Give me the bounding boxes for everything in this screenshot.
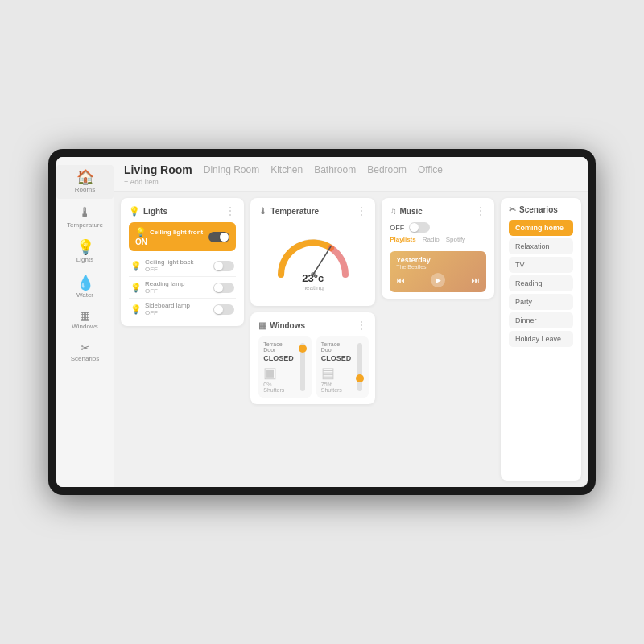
lights-widget: 💡 Lights ⋮ 💡 Ceiling light front [121,198,244,326]
tab-kitchen[interactable]: Kitchen [270,164,303,175]
song-title: Yesterday [396,256,480,264]
music-tab-playlists[interactable]: Playlists [390,236,415,243]
content-grid: 💡 Lights ⋮ 💡 Ceiling light front [114,192,588,487]
scenario-reading[interactable]: Reading [509,275,573,291]
scenarios-list: Coming home Relaxation TV Reading Party … [509,220,573,349]
music-toggle[interactable] [409,222,430,233]
sidebar-lights-label: Lights [76,256,93,264]
temp-title-icon: 🌡 [258,206,267,216]
device-frame: 🏠 Rooms 🌡 Temperature 💡 Lights 💧 Water ▦… [48,149,596,495]
window-item-0: Terrace Door CLOSED ▣ 0% Shutters [258,336,312,398]
middle-column: 🌡 Temperature ⋮ [250,198,375,481]
window-0-icon: ▣ [263,364,294,382]
light-reading-name: Reading lamp [145,280,184,287]
music-player: Yesterday The Beatles ⏮ ▶ ⏭ [390,251,486,292]
prev-button[interactable]: ⏮ [396,275,405,285]
temp-title: 🌡 Temperature [258,206,319,216]
windows-icon: ▦ [80,310,90,321]
windows-menu-button[interactable]: ⋮ [356,319,367,332]
windows-card-header: ▦ Windows ⋮ [258,319,367,332]
windows-title-label: Windows [270,321,305,330]
sidebar-item-temperature[interactable]: 🌡 Temperature [56,200,114,234]
music-title: ♫ Music [390,206,423,216]
light-on-toggle[interactable] [208,232,229,242]
temp-menu-button[interactable]: ⋮ [356,204,367,217]
scenario-coming-home[interactable]: Coming home [509,220,573,236]
sidebar-item-water[interactable]: 💧 Water [56,270,114,304]
music-title-icon: ♫ [390,206,396,216]
sidebar-item-lights[interactable]: 💡 Lights [56,235,114,269]
lights-card-header: 💡 Lights ⋮ [129,204,236,217]
window-1-slider[interactable] [357,343,362,391]
light-back-text: Ceiling light back OFF [145,258,193,273]
window-1-pct: 75% Shutters [321,382,352,393]
tab-bathroom[interactable]: Bathroom [314,164,356,175]
music-tab-spotify[interactable]: Spotify [446,236,465,243]
sidebar: 🏠 Rooms 🌡 Temperature 💡 Lights 💧 Water ▦… [56,157,114,487]
tab-dining-room[interactable]: Dining Room [204,164,259,175]
window-0-slider[interactable] [300,343,305,391]
window-0-handle [299,345,307,353]
tab-office[interactable]: Office [418,164,443,175]
light-back-icon: 💡 [130,261,142,271]
scenarios-title: ✂ Scenarios [509,204,558,215]
light-sideboard-name: Sideboard lamp [145,302,190,309]
light-back-status: OFF [145,266,193,273]
window-0-status: CLOSED [263,354,294,362]
music-tabs: Playlists Radio Spotify [390,236,486,246]
light-item-sideboard: 💡 Sideboard lamp OFF [129,299,236,320]
temp-title-label: Temperature [270,207,319,216]
window-1-icon: ▤ [321,364,352,382]
svg-line-1 [313,246,331,275]
temperature-gauge: 23°c heating [258,222,367,299]
music-card-header: ♫ Music ⋮ [390,204,486,217]
sidebar-water-label: Water [76,291,93,299]
screen: 🏠 Rooms 🌡 Temperature 💡 Lights 💧 Water ▦… [56,157,588,487]
scenario-relaxation[interactable]: Relaxation [509,238,573,254]
temperature-icon: 🌡 [78,205,93,220]
light-on-name: Ceiling light front [150,229,203,236]
room-tabs: Living Room Dining Room Kitchen Bathroom… [124,163,578,176]
right-column: ♫ Music ⋮ OFF Playlists Radio Sp [382,198,494,481]
light-sideboard-status: OFF [145,309,190,316]
add-item-button[interactable]: + Add item [124,176,578,188]
light-on-status: ON [135,237,203,246]
play-button[interactable]: ▶ [431,273,445,287]
light-item-back: 💡 Ceiling light back OFF [129,255,236,277]
window-1-label: Terrace Door [321,341,352,353]
light-reading-toggle[interactable] [213,283,234,293]
tab-living-room[interactable]: Living Room [124,163,192,176]
scenarios-column: ✂ Scenarios Coming home Relaxation TV Re… [501,198,581,481]
light-sideboard-toggle[interactable] [213,304,234,315]
temp-card-header: 🌡 Temperature ⋮ [258,204,367,217]
light-reading-info: 💡 Reading lamp OFF [130,280,184,295]
scenario-party[interactable]: Party [509,294,573,310]
lights-column: 💡 Lights ⋮ 💡 Ceiling light front [121,198,244,481]
music-menu-button[interactable]: ⋮ [475,204,486,217]
music-title-label: Music [400,207,423,216]
sidebar-windows-label: Windows [72,323,97,331]
sidebar-item-windows[interactable]: ▦ Windows [56,305,114,336]
light-reading-text: Reading lamp OFF [145,280,184,295]
music-tab-radio[interactable]: Radio [423,236,440,243]
light-sideboard-text: Sideboard lamp OFF [145,302,190,316]
sidebar-item-rooms[interactable]: 🏠 Rooms [56,165,114,199]
tab-bedroom[interactable]: Bedroom [367,164,407,175]
windows-widget: ▦ Windows ⋮ Terrace Door CLOSED ▣ [250,312,375,404]
scenario-holiday-leave[interactable]: Holiday Leave [509,331,573,347]
window-1-status: CLOSED [321,354,352,362]
lights-menu-button[interactable]: ⋮ [225,204,236,217]
music-widget: ♫ Music ⋮ OFF Playlists Radio Sp [382,198,494,299]
player-controls: ⏮ ▶ ⏭ [396,273,480,287]
next-button[interactable]: ⏭ [471,275,480,285]
lights-title: 💡 Lights [129,206,167,217]
light-back-toggle[interactable] [213,261,234,271]
scenario-tv[interactable]: TV [509,257,573,273]
scenario-dinner[interactable]: Dinner [509,312,573,328]
light-back-name: Ceiling light back [145,258,193,266]
scenarios-icon: ✂ [80,342,90,353]
window-0-pct: 0% Shutters [263,382,294,393]
lights-title-label: Lights [143,207,167,216]
sidebar-item-scenarios[interactable]: ✂ Scenarios [56,337,114,368]
sidebar-scenarios-label: Scenarios [71,355,100,363]
